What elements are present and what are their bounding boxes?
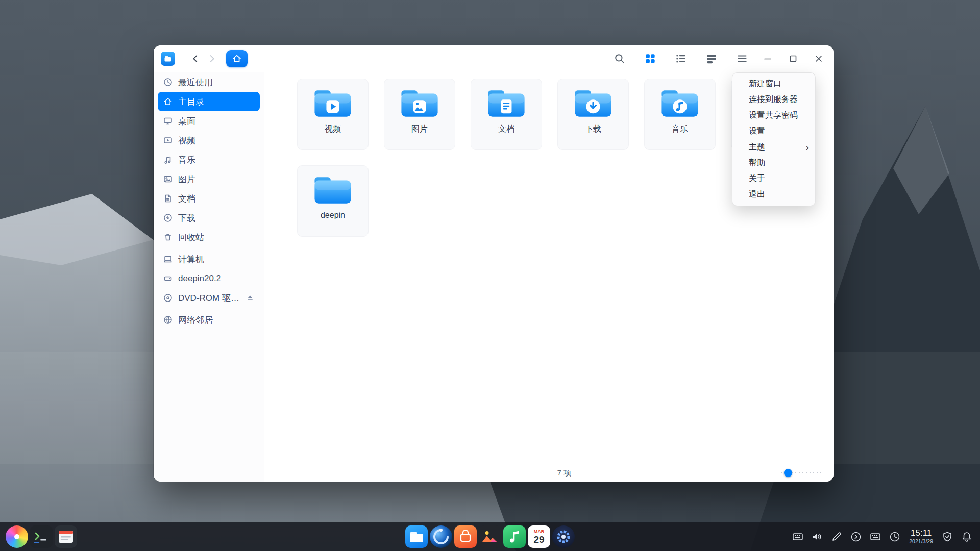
menu-button[interactable] [734, 51, 750, 66]
sidebar-item-label: 音乐 [178, 154, 255, 166]
sidebar-item-label: 计算机 [178, 254, 255, 265]
toolbar-view-group [612, 51, 750, 66]
sidebar-item-label: 主目录 [178, 96, 255, 108]
sidebar-item-desktop[interactable]: 桌面 [158, 111, 260, 131]
submenu-chevron-icon: › [806, 142, 809, 152]
volume-tray-icon[interactable] [811, 531, 823, 543]
detail-view-button[interactable] [704, 51, 719, 66]
dock-calendar-icon[interactable]: MAR 29 [528, 525, 550, 548]
menu-item-exit[interactable]: 退出 [732, 187, 815, 203]
browser-swirl-icon [430, 525, 452, 548]
sidebar-divider [163, 309, 255, 309]
file-manager-app-icon [161, 52, 175, 66]
menu-item-new-window[interactable]: 新建窗口 [732, 76, 815, 92]
window-controls [760, 51, 826, 66]
launcher-icon[interactable] [6, 525, 28, 548]
folder-deepin[interactable]: deepin [297, 165, 369, 237]
datetime-tray-icon[interactable] [889, 531, 901, 543]
dock-music-icon[interactable] [503, 525, 526, 548]
clock-date: 2021/3/29 [909, 538, 933, 545]
dock-app-store-icon[interactable] [454, 525, 477, 548]
titlebar [154, 45, 834, 72]
chevron-right-icon [850, 531, 862, 543]
sidebar-item-label: 网络邻居 [178, 314, 255, 326]
sidebar-item-music[interactable]: 音乐 [158, 150, 260, 169]
sidebar-item-trash[interactable]: 回收站 [158, 228, 260, 247]
dvd-icon [163, 293, 173, 303]
sidebar-item-videos[interactable]: 视频 [158, 131, 260, 150]
eject-icon[interactable] [246, 293, 255, 303]
sidebar-item-label: 回收站 [178, 232, 255, 243]
home-button[interactable] [226, 50, 248, 67]
maximize-icon [787, 53, 799, 65]
sidebar-item-home[interactable]: 主目录 [158, 92, 260, 111]
music-icon [163, 155, 173, 165]
sidebar-item-disk-deepin[interactable]: deepin20.2 [158, 269, 260, 288]
dock-control-center-icon[interactable] [552, 525, 575, 548]
onboard-keyboard-tray-icon[interactable] [869, 531, 881, 543]
security-tray-icon[interactable] [941, 531, 953, 543]
sidebar-item-documents[interactable]: 文档 [158, 189, 260, 208]
tray-expand-icon[interactable] [850, 531, 862, 543]
terminal-app-icon[interactable] [30, 525, 53, 548]
slider-handle[interactable] [784, 469, 792, 477]
menu-item-about[interactable]: 关于 [732, 171, 815, 187]
file-manager-window: 最近使用 主目录 桌面 视频 音乐 图片 [154, 45, 834, 482]
icon-size-slider[interactable] [781, 469, 824, 477]
folder-icon [572, 87, 615, 121]
menu-item-theme[interactable]: 主题 › [732, 139, 815, 155]
folder-label: 音乐 [672, 124, 688, 135]
editor-app-icon[interactable] [55, 525, 77, 548]
screenshot-tray-icon[interactable] [830, 531, 843, 543]
minimize-button[interactable] [760, 51, 775, 66]
menu-item-share-password[interactable]: 设置共享密码 [732, 108, 815, 123]
forward-button[interactable] [204, 51, 220, 67]
folder-icon [311, 87, 354, 121]
menu-item-label: 关于 [749, 173, 765, 184]
home-icon [231, 53, 242, 64]
menu-item-help[interactable]: 帮助 [732, 155, 815, 171]
dock-clock[interactable]: 15:11 2021/3/29 [909, 529, 933, 544]
sidebar-item-dvdrom[interactable]: DVD-ROM 驱… [158, 288, 260, 308]
video-icon [163, 135, 173, 145]
back-icon [190, 53, 201, 64]
notification-center-icon[interactable] [961, 531, 973, 543]
grid-view-button[interactable] [643, 51, 658, 66]
dock-browser-icon[interactable] [430, 525, 452, 548]
item-count: 7 项 [527, 468, 572, 478]
folder-videos[interactable]: 视频 [297, 79, 369, 150]
folder-music[interactable]: 音乐 [644, 79, 716, 150]
dock-app-group: MAR 29 [405, 525, 575, 548]
sidebar-item-label: DVD-ROM 驱… [178, 292, 240, 304]
document-icon [163, 193, 173, 204]
close-button[interactable] [811, 51, 826, 66]
menu-item-label: 新建窗口 [749, 79, 781, 89]
pen-icon [830, 531, 843, 543]
search-button[interactable] [612, 51, 627, 66]
sidebar-item-computer[interactable]: 计算机 [158, 249, 260, 269]
sidebar-item-pictures[interactable]: 图片 [158, 169, 260, 189]
back-button[interactable] [187, 51, 204, 67]
folder-documents[interactable]: 文档 [471, 79, 542, 150]
dock-file-manager-icon[interactable] [405, 525, 428, 548]
disk-icon [163, 273, 173, 284]
menu-item-connect-server[interactable]: 连接到服务器 [732, 92, 815, 108]
network-icon [163, 315, 173, 325]
folder-downloads[interactable]: 下载 [557, 79, 629, 150]
folder-icon [311, 173, 354, 208]
folder-pictures[interactable]: 图片 [384, 79, 455, 150]
sidebar-divider [163, 248, 255, 248]
clock-icon [163, 77, 173, 87]
input-method-tray-icon[interactable] [792, 531, 804, 543]
search-icon [613, 52, 626, 65]
download-icon [163, 213, 173, 223]
sidebar-item-network[interactable]: 网络邻居 [158, 310, 260, 330]
maximize-button[interactable] [786, 51, 801, 66]
dock-image-viewer-icon[interactable] [479, 525, 501, 548]
sidebar-item-downloads[interactable]: 下载 [158, 208, 260, 228]
menu-item-settings[interactable]: 设置 [732, 123, 815, 139]
list-view-button[interactable] [673, 51, 689, 66]
photo-glyph-icon [479, 525, 501, 548]
folder-glyph-icon [405, 525, 428, 548]
sidebar-item-recent[interactable]: 最近使用 [158, 72, 260, 92]
